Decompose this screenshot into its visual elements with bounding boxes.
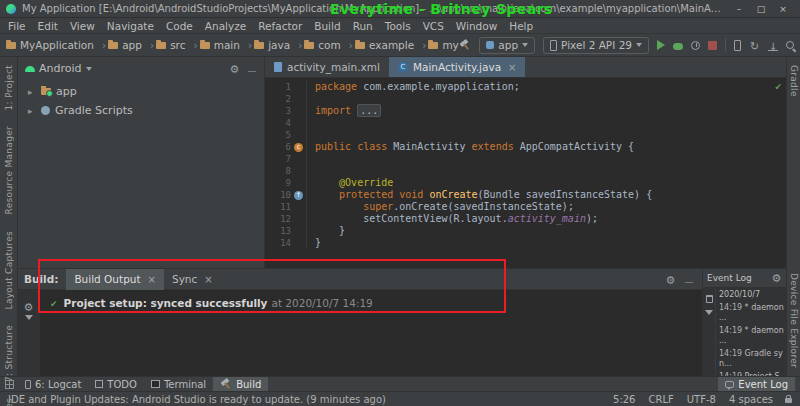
breadcrumb-item-myapplication[interactable]: myapplication bbox=[428, 39, 459, 51]
menu-item-edit[interactable]: Edit bbox=[32, 20, 64, 32]
filter-icon[interactable] bbox=[25, 315, 33, 320]
tool-window-button-resource-manager[interactable]: Resource Manager bbox=[4, 126, 14, 214]
breadcrumb-item-com[interactable]: com bbox=[304, 39, 353, 51]
menu-item-vcs[interactable]: VCS bbox=[417, 20, 450, 32]
filter-icon[interactable] bbox=[705, 310, 713, 315]
tool-window-tab-terminal[interactable]: Terminal bbox=[144, 377, 213, 392]
breadcrumb-item-app[interactable]: app bbox=[108, 39, 154, 51]
expand-arrow-icon[interactable]: ▸ bbox=[28, 106, 36, 116]
tool-window-button-device-file-explorer[interactable]: Device File Explorer bbox=[789, 273, 799, 368]
code-line[interactable]: 3import ... bbox=[265, 105, 786, 117]
close-tab-icon[interactable]: × bbox=[508, 62, 516, 73]
event-log-entry[interactable]: 14:19 * daemon ... bbox=[719, 326, 785, 347]
build-tab-build-output[interactable]: Build Output× bbox=[66, 269, 164, 290]
code-line[interactable]: 2 bbox=[265, 93, 786, 105]
breadcrumb-item-example[interactable]: example bbox=[355, 39, 426, 51]
code-line[interactable]: 10↑ protected void onCreate(Bundle saved… bbox=[265, 189, 786, 201]
menu-item-help[interactable]: Help bbox=[503, 20, 539, 32]
status-utf-8[interactable]: UTF-8 bbox=[687, 394, 716, 405]
settings-gear-icon[interactable] bbox=[665, 274, 676, 285]
breadcrumb-item-src[interactable]: src bbox=[156, 39, 198, 51]
inspections-ok-icon[interactable] bbox=[774, 82, 782, 92]
editor-tab-activity-main-xml[interactable]: activity_main.xml bbox=[265, 57, 389, 77]
tool-window-button-layout-captures[interactable]: Layout Captures bbox=[4, 231, 14, 309]
code-line[interactable]: 11 super.onCreate(savedInstanceState); bbox=[265, 201, 786, 213]
tool-window-switcher-icon[interactable] bbox=[5, 380, 14, 389]
code-line[interactable]: 7 bbox=[265, 153, 786, 165]
breadcrumb-item-myapplication[interactable]: MyApplication bbox=[6, 39, 106, 51]
tool-window-button-7-structure[interactable]: 7: Structure bbox=[4, 325, 14, 382]
status-5-26[interactable]: 5:26 bbox=[613, 394, 635, 405]
line-number: 2 bbox=[265, 93, 291, 105]
profiler-button[interactable] bbox=[691, 41, 700, 50]
tool-window-tab-6-logcat[interactable]: 6: Logcat bbox=[18, 377, 88, 392]
line-number: 13 bbox=[265, 225, 291, 237]
lock-icon[interactable] bbox=[785, 398, 792, 403]
tool-window-button-2-favorites[interactable]: 2: Favorites bbox=[4, 398, 14, 406]
sync-project-icon[interactable] bbox=[749, 40, 760, 51]
stop-button[interactable] bbox=[708, 41, 717, 50]
status-message[interactable]: IDE and Plugin Updates: Android Studio i… bbox=[8, 394, 386, 405]
menu-item-tools[interactable]: Tools bbox=[379, 20, 417, 32]
expand-arrow-icon[interactable]: ▸ bbox=[28, 87, 36, 97]
tool-window-tab-event-log[interactable]: Event Log bbox=[718, 377, 795, 392]
minimize-button[interactable]: – bbox=[728, 4, 750, 14]
menu-item-window[interactable]: Window bbox=[450, 20, 503, 32]
build-hammer-icon[interactable] bbox=[459, 39, 471, 51]
breadcrumb: MyApplicationappsrcmainjavacomexamplemya… bbox=[6, 39, 459, 51]
code-line[interactable]: 13 } bbox=[265, 225, 786, 237]
device-select[interactable]: Pixel 2 API 29 bbox=[543, 37, 649, 54]
menu-item-build[interactable]: Build bbox=[308, 20, 346, 32]
code-line[interactable]: 6cpublic class MainActivity extends AppC… bbox=[265, 141, 786, 153]
code-line[interactable]: 8 bbox=[265, 165, 786, 177]
avd-manager-icon[interactable] bbox=[734, 40, 741, 51]
code-line[interactable]: 1package com.example.myapplication; bbox=[265, 81, 786, 93]
maximize-button[interactable]: □ bbox=[750, 4, 772, 14]
menu-item-navigate[interactable]: Navigate bbox=[101, 20, 160, 32]
event-log-entry[interactable]: 2020/10/7 bbox=[719, 290, 785, 301]
breadcrumb-item-main[interactable]: main bbox=[200, 39, 252, 51]
editor-tab-mainactivity-java[interactable]: CMainActivity.java× bbox=[389, 57, 526, 77]
menu-item-view[interactable]: View bbox=[64, 20, 101, 32]
breadcrumb-item-java[interactable]: java bbox=[254, 39, 302, 51]
code-line[interactable]: 4 bbox=[265, 117, 786, 129]
build-settings-icon[interactable] bbox=[23, 296, 34, 307]
menu-item-code[interactable]: Code bbox=[160, 20, 199, 32]
status-4-spaces[interactable]: 4 spaces bbox=[729, 394, 773, 405]
sdk-manager-icon[interactable] bbox=[768, 40, 778, 51]
tree-item-gradle-scripts[interactable]: ▸Gradle Scripts bbox=[28, 101, 264, 120]
close-tab-icon[interactable]: × bbox=[148, 274, 156, 285]
editor-code[interactable]: 1package com.example.myapplication;23imp… bbox=[265, 78, 786, 268]
hide-panel-icon[interactable] bbox=[247, 64, 257, 73]
event-log-entry[interactable]: 14:19 * daemon ... bbox=[719, 303, 785, 324]
tool-window-tab-build[interactable]: Build bbox=[213, 377, 268, 392]
menu-item-run[interactable]: Run bbox=[347, 20, 379, 32]
tool-window-tab-todo[interactable]: TODO bbox=[88, 377, 144, 392]
settings-gear-icon[interactable] bbox=[229, 63, 240, 74]
project-view-selector[interactable]: Android bbox=[39, 62, 82, 75]
menu-item-file[interactable]: File bbox=[2, 20, 32, 32]
code-line[interactable]: 5 bbox=[265, 129, 786, 141]
debug-button[interactable] bbox=[673, 43, 683, 50]
menu-item-refactor[interactable]: Refactor bbox=[252, 20, 308, 32]
hide-panel-icon[interactable] bbox=[684, 275, 694, 284]
run-button[interactable] bbox=[657, 40, 665, 50]
settings-gear-icon[interactable] bbox=[771, 273, 782, 284]
class-gutter-icon[interactable]: c bbox=[294, 143, 303, 152]
search-icon[interactable] bbox=[786, 41, 794, 49]
event-log-entry[interactable]: 14:19 Gradle syn... bbox=[719, 349, 785, 370]
tree-item-app[interactable]: ▸app bbox=[28, 82, 264, 101]
code-line[interactable]: 14} bbox=[265, 237, 786, 249]
code-line[interactable]: 9 @Override bbox=[265, 177, 786, 189]
build-tab-sync[interactable]: Sync× bbox=[164, 269, 221, 290]
run-config-select[interactable]: app bbox=[479, 37, 535, 54]
tool-window-button-gradle[interactable]: Gradle bbox=[789, 65, 799, 97]
close-tab-icon[interactable]: × bbox=[204, 274, 212, 285]
clear-all-icon[interactable] bbox=[706, 295, 713, 303]
close-button[interactable]: × bbox=[772, 4, 794, 14]
tool-window-button-1-project[interactable]: 1: Project bbox=[4, 65, 14, 110]
override-gutter-icon[interactable]: ↑ bbox=[294, 191, 303, 200]
menu-item-analyze[interactable]: Analyze bbox=[199, 20, 252, 32]
code-line[interactable]: 12 setContentView(R.layout.activity_main… bbox=[265, 213, 786, 225]
status-crlf[interactable]: CRLF bbox=[648, 394, 673, 405]
